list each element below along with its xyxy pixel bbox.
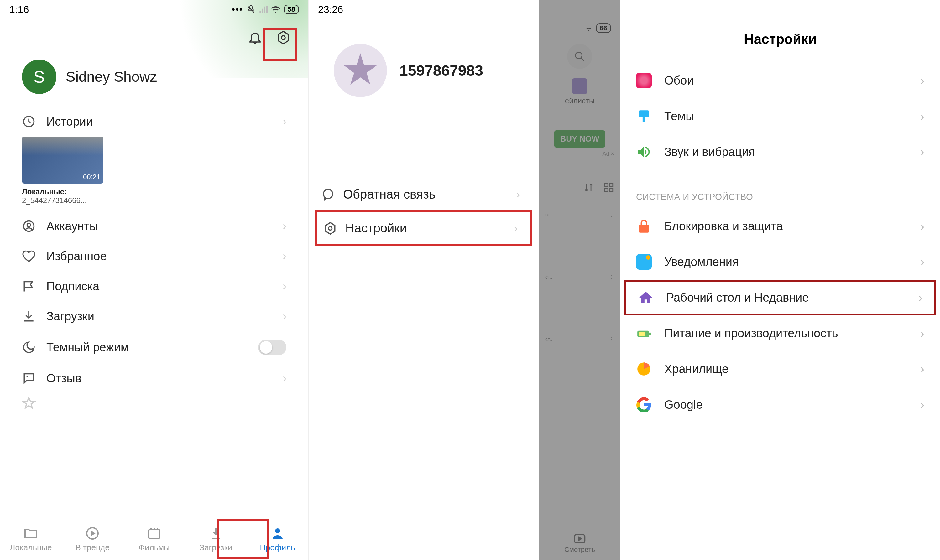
svg-rect-19 (639, 332, 645, 336)
chevron-right-icon: › (514, 222, 518, 234)
section-header: СИСТЕМА И УСТРОЙСТВО (620, 176, 940, 208)
menu-feedback[interactable]: Обратная связь › (309, 178, 539, 210)
screen-account: 23:26 1597867983 Обратная связь › Настро… (309, 0, 539, 560)
menu-dark-mode[interactable]: Темный режим (0, 331, 308, 363)
settings-lock[interactable]: Блокировка и защита › (620, 208, 940, 244)
nav-trending[interactable]: В тренде (67, 526, 117, 552)
story-thumbnail: 00:21 (22, 137, 103, 183)
notifications-icon (636, 254, 652, 270)
wallpaper-icon (636, 73, 652, 88)
mute-icon (246, 5, 256, 14)
chevron-right-icon: › (920, 109, 924, 123)
dark-mode-toggle[interactable] (258, 340, 287, 355)
overlay-dim (539, 0, 620, 560)
moon-icon (22, 340, 36, 354)
heart-icon (22, 249, 36, 263)
bell-icon (248, 30, 263, 45)
svg-rect-15 (639, 110, 649, 117)
star-icon (22, 397, 36, 410)
notifications-button[interactable] (246, 28, 265, 47)
chevron-right-icon: › (920, 145, 924, 159)
settings-wallpaper[interactable]: Обои › (620, 63, 940, 98)
chevron-right-icon: › (283, 115, 287, 128)
battery-icon (636, 325, 652, 341)
profile-header[interactable]: S Sidney Showz (0, 53, 308, 106)
chevron-right-icon: › (283, 372, 287, 385)
status-bar: 1:16 ••• 58 (0, 0, 308, 19)
flag-icon (22, 279, 36, 293)
menu-settings[interactable]: Настройки › (317, 212, 530, 244)
more-icon: ••• (232, 5, 243, 14)
highlight-profile-nav (217, 519, 270, 559)
nav-movies[interactable]: Фильмы (129, 526, 179, 552)
story-duration: 00:21 (83, 173, 100, 181)
settings-google[interactable]: Google › (620, 387, 940, 423)
settings-battery[interactable]: Питание и производительность › (620, 315, 940, 351)
settings-sound[interactable]: Звук и вибрация › (620, 134, 940, 170)
svg-rect-18 (649, 332, 651, 335)
highlight-settings-row: Настройки › (315, 210, 532, 246)
chevron-right-icon: › (920, 219, 924, 233)
svg-rect-16 (643, 117, 645, 122)
status-bar: 23:26 (309, 0, 539, 19)
chevron-right-icon: › (920, 255, 924, 269)
chevron-right-icon: › (920, 398, 924, 412)
chevron-right-icon: › (920, 74, 924, 88)
wifi-icon (271, 5, 281, 14)
highlight-home-row: Рабочий стол и Недавние › (624, 280, 936, 315)
screen-profile: 1:16 ••• 58 S Sidney Showz (0, 0, 309, 560)
home-icon (638, 290, 653, 305)
story-title: Локальные: (22, 187, 287, 196)
folder-icon (23, 526, 38, 541)
screen-system-settings: x Настройки Обои › Темы › Звук и вибраци… (620, 0, 940, 560)
sound-icon (636, 144, 652, 160)
page-title: Настройки (620, 19, 940, 63)
profile-header[interactable]: 1597867983 (309, 19, 539, 116)
comment-icon (22, 371, 36, 385)
movie-icon (146, 526, 162, 541)
chevron-right-icon: › (283, 310, 287, 323)
menu-history[interactable]: Истории › (0, 106, 308, 137)
status-time: 23:26 (318, 4, 343, 15)
svg-point-8 (329, 226, 332, 230)
chevron-right-icon: › (283, 220, 287, 233)
chevron-right-icon: › (920, 326, 924, 340)
profile-id: 1597867983 (399, 62, 483, 79)
chevron-right-icon: › (283, 280, 287, 293)
menu-favorites[interactable]: Избранное › (0, 241, 308, 271)
menu-subscription[interactable]: Подписка › (0, 271, 308, 301)
nav-local[interactable]: Локальные (6, 526, 56, 552)
divider (636, 173, 924, 173)
lock-icon (636, 218, 652, 234)
settings-themes[interactable]: Темы › (620, 98, 940, 134)
storage-icon (636, 361, 652, 377)
menu-accounts[interactable]: Аккаунты › (0, 211, 308, 241)
play-circle-icon (85, 526, 100, 541)
avatar: S (22, 60, 56, 94)
avatar (334, 44, 387, 97)
history-icon (22, 115, 36, 128)
battery-badge: 58 (284, 5, 299, 14)
star-icon (343, 53, 378, 88)
status-right: ••• 58 (232, 5, 299, 14)
settings-home[interactable]: Рабочий стол и Недавние › (626, 282, 934, 314)
signal-icon (259, 5, 268, 14)
gear-hex-icon (324, 222, 337, 235)
download-icon (22, 309, 36, 323)
themes-icon (636, 108, 652, 124)
highlight-settings-button (263, 28, 297, 62)
chevron-right-icon: › (516, 188, 520, 200)
profile-icon (270, 526, 285, 541)
chevron-right-icon: › (918, 291, 923, 305)
chevron-right-icon: › (283, 249, 287, 263)
svg-point-6 (275, 528, 280, 533)
menu-downloads[interactable]: Загрузки › (0, 301, 308, 331)
settings-notifications[interactable]: Уведомления › (620, 244, 940, 280)
menu-cut-off (0, 393, 308, 418)
chat-icon (321, 188, 335, 202)
story-filename: 2_544277314666... (22, 196, 287, 205)
profile-name: Sidney Showz (66, 68, 157, 85)
settings-storage[interactable]: Хранилище › (620, 351, 940, 387)
story-preview[interactable]: 00:21 Локальные: 2_544277314666... (0, 137, 308, 211)
menu-review[interactable]: Отзыв › (0, 363, 308, 393)
